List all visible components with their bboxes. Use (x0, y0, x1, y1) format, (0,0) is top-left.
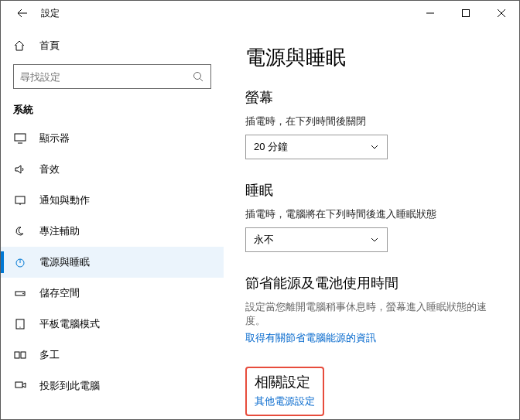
window-controls (412, 1, 519, 26)
sidebar-item-project[interactable]: 投影到此電腦 (1, 370, 224, 401)
home-nav[interactable]: 首頁 (1, 32, 224, 60)
svg-rect-3 (15, 196, 25, 203)
sidebar-item-label: 儲存空間 (39, 286, 80, 300)
svg-rect-2 (15, 134, 26, 141)
close-button[interactable] (484, 1, 519, 26)
sleep-timeout-dropdown[interactable]: 永不 (245, 227, 388, 252)
save-energy-section: 節省能源及電池使用時間 設定當您離開電腦稍事休息時，螢幕進入睡眠狀態的速度。 取… (245, 274, 498, 345)
related-heading: 相關設定 (255, 373, 315, 391)
notification-icon (13, 195, 27, 206)
save-desc: 設定當您離開電腦稍事休息時，螢幕進入睡眠狀態的速度。 (245, 300, 498, 328)
sleep-section: 睡眠 插電時，電腦將在下列時間後進入睡眠狀態 永不 (245, 181, 498, 252)
monitor-icon (13, 133, 27, 144)
chevron-down-icon (370, 142, 379, 152)
sidebar-item-label: 電源與睡眠 (39, 255, 90, 269)
svg-rect-11 (15, 382, 22, 388)
titlebar: 設定 (1, 1, 519, 26)
search-icon (192, 70, 204, 83)
sidebar-item-multitask[interactable]: 多工 (1, 340, 224, 370)
screen-timeout-dropdown[interactable]: 20 分鐘 (245, 135, 388, 159)
back-button[interactable] (13, 4, 32, 22)
multitask-icon (13, 350, 27, 360)
additional-power-settings-link[interactable]: 其他電源設定 (255, 394, 315, 408)
project-icon (13, 381, 27, 391)
home-icon (13, 39, 27, 52)
svg-rect-9 (15, 352, 19, 358)
sidebar-item-label: 多工 (39, 348, 60, 362)
sidebar-item-label: 平板電腦模式 (39, 317, 100, 331)
speaker-icon (13, 164, 27, 175)
search-box[interactable] (13, 64, 211, 89)
sidebar: 首頁 系統 顯示器 音效 通知與動作 專注輔助 (1, 26, 224, 419)
sleep-heading: 睡眠 (245, 181, 498, 200)
screen-timeout-value: 20 分鐘 (254, 140, 288, 154)
maximize-button[interactable] (448, 1, 484, 26)
svg-rect-0 (463, 10, 470, 17)
category-label: 系統 (1, 98, 224, 123)
svg-point-8 (19, 326, 20, 327)
related-settings-highlight: 相關設定 其他電源設定 (245, 367, 324, 416)
sidebar-item-storage[interactable]: 儲存空間 (1, 278, 224, 309)
sidebar-item-notifications[interactable]: 通知與動作 (1, 185, 224, 216)
maximize-icon (462, 9, 470, 17)
svg-point-6 (22, 293, 24, 295)
sidebar-item-label: 通知與動作 (39, 193, 90, 207)
screen-section: 螢幕 插電時，在下列時間後關閉 20 分鐘 (245, 88, 498, 159)
svg-rect-10 (21, 352, 26, 358)
minimize-button[interactable] (412, 1, 448, 26)
sleep-timeout-value: 永不 (254, 233, 274, 247)
sidebar-item-tablet[interactable]: 平板電腦模式 (1, 309, 224, 340)
sidebar-item-power[interactable]: 電源與睡眠 (1, 247, 224, 278)
power-icon (13, 257, 27, 268)
page-title: 電源與睡眠 (245, 44, 498, 71)
home-label: 首頁 (39, 39, 60, 53)
tablet-icon (13, 319, 27, 330)
screen-heading: 螢幕 (245, 88, 498, 107)
arrow-left-icon (17, 8, 28, 19)
save-energy-link[interactable]: 取得有關節省電腦能源的資訊 (245, 331, 376, 345)
svg-point-1 (194, 73, 201, 80)
screen-desc: 插電時，在下列時間後關閉 (245, 114, 498, 128)
storage-icon (13, 288, 27, 299)
moon-icon (13, 226, 27, 237)
sidebar-item-label: 投影到此電腦 (39, 379, 100, 393)
sidebar-item-display[interactable]: 顯示器 (1, 123, 224, 154)
search-input[interactable] (20, 71, 192, 83)
close-icon (498, 9, 505, 17)
main-content: 電源與睡眠 螢幕 插電時，在下列時間後關閉 20 分鐘 睡眠 插電時，電腦將在下… (224, 26, 519, 419)
sleep-desc: 插電時，電腦將在下列時間後進入睡眠狀態 (245, 207, 498, 221)
sidebar-item-label: 專注輔助 (39, 224, 80, 238)
sidebar-item-label: 顯示器 (39, 131, 70, 145)
sidebar-item-label: 音效 (39, 162, 60, 176)
save-heading: 節省能源及電池使用時間 (245, 274, 498, 292)
minimize-icon (426, 9, 434, 17)
sidebar-item-focus[interactable]: 專注輔助 (1, 216, 224, 247)
sidebar-item-sound[interactable]: 音效 (1, 154, 224, 185)
chevron-down-icon (370, 235, 379, 244)
window-title: 設定 (41, 7, 412, 20)
